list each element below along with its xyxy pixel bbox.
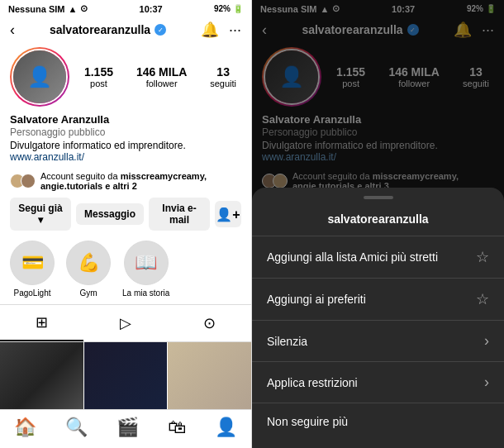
photo-2[interactable]	[84, 342, 168, 409]
highlight-circle-2: 💪	[66, 241, 111, 285]
sheet-item-restrizioni-icon: ›	[484, 374, 489, 391]
status-bar-left: Nessuna SIM ▲ ⊙ 10:37 92% 🔋	[0, 0, 251, 17]
photo-grid-left	[0, 342, 251, 409]
nav-home-left[interactable]: 🏠	[14, 417, 36, 438]
sheet-item-preferiti-text: Aggiungi ai preferiti	[267, 293, 366, 306]
highlight-circle-1: 💳	[10, 241, 55, 285]
sheet-item-preferiti[interactable]: Aggiungi ai preferiti ☆	[252, 279, 504, 321]
sheet-title: salvatorearanzulla	[252, 206, 504, 236]
bio-link-left[interactable]: www.aranzulla.it/	[10, 151, 241, 163]
time-display: 10:37	[140, 4, 163, 14]
stat-followers-left: 146 MILA follower	[136, 65, 187, 88]
more-options-left[interactable]: ···	[229, 21, 241, 39]
nav-reels-left[interactable]: 🎬	[116, 417, 139, 438]
sheet-item-restrizioni[interactable]: Applica restrizioni ›	[252, 362, 504, 403]
bio-name-left: Salvatore Aranzulla	[10, 113, 241, 126]
battery-icon: 🔋	[233, 4, 243, 13]
bottom-sheet: salvatorearanzulla Aggiungi alla lista A…	[252, 188, 504, 448]
battery-percent: 92%	[214, 4, 231, 13]
highlight-pagolight[interactable]: 💳 PagoLight	[10, 241, 55, 298]
instagram-profile-right: Nessuna SIM ▲ ⊙ 10:37 92% 🔋 ‹ salvatorea…	[252, 0, 504, 448]
sheet-item-amici[interactable]: Aggiungi alla lista Amici più stretti ☆	[252, 236, 504, 279]
wifi-icon: ⊙	[80, 3, 88, 14]
bio-section-left: Salvatore Aranzulla Personaggio pubblico…	[0, 113, 251, 168]
highlight-label-3: La mia storia	[122, 288, 169, 298]
followers-num-left: 146 MILA	[136, 65, 187, 79]
avatar-ring-left: 👤	[10, 47, 69, 107]
followers-label-left: follower	[146, 79, 178, 88]
photo-3[interactable]	[168, 342, 251, 409]
bio-desc-left: Divulgatore informatico ed imprenditore.	[10, 140, 241, 151]
battery-area: 92% 🔋	[214, 4, 243, 13]
email-button-left[interactable]: Invia e-mail	[149, 198, 210, 231]
sheet-item-silenzia[interactable]: Silenzia ›	[252, 321, 504, 362]
tabs-left: ⊞ ▷ ⊙	[0, 304, 251, 342]
posts-num-left: 1.155	[84, 65, 113, 79]
bio-category-left: Personaggio pubblico	[10, 126, 241, 138]
photo-1[interactable]	[0, 342, 83, 409]
profile-username-left: salvatorearanzulla	[50, 23, 150, 36]
sheet-item-silenzia-text: Silenzia	[267, 335, 307, 348]
status-carrier: Nessuna SIM ▲ ⊙	[8, 3, 88, 14]
nav-shop-left[interactable]: 🛍	[168, 417, 186, 438]
sheet-handle	[364, 196, 393, 199]
followed-by-left: Account seguito da misscreamycreamy, ang…	[0, 168, 251, 194]
sheet-item-restrizioni-text: Applica restrizioni	[267, 376, 358, 389]
nav-search-left[interactable]: 🔍	[65, 417, 88, 438]
add-user-button-left[interactable]: 👤+	[215, 201, 241, 227]
sheet-item-preferiti-icon: ☆	[476, 290, 489, 308]
follower-avatar-2	[21, 174, 36, 188]
notification-bell-left[interactable]: 🔔	[201, 21, 219, 39]
stat-posts-left: 1.155 post	[84, 65, 113, 88]
avatar-image-left: 👤	[13, 50, 66, 103]
following-label-left: seguiti	[210, 79, 236, 88]
sheet-item-silenzia-icon: ›	[484, 332, 489, 350]
message-button-left[interactable]: Messaggio	[76, 203, 144, 225]
highlight-storia[interactable]: 📖 La mia storia	[122, 241, 169, 298]
stats-left: 1.155 post 146 MILA follower 13 seguiti	[79, 65, 241, 88]
signal-icon: ▲	[68, 4, 77, 14]
verified-badge-left: ✓	[155, 24, 166, 36]
username-area-left: salvatorearanzulla ✓	[50, 23, 166, 36]
sheet-item-amici-icon: ☆	[476, 248, 489, 266]
instagram-profile-left: Nessuna SIM ▲ ⊙ 10:37 92% 🔋 ‹ salvatorea…	[0, 0, 252, 448]
nav-profile-left[interactable]: 👤	[215, 417, 237, 438]
followed-users-left: misscreamycreamy, angie.tutorials e altr…	[40, 171, 207, 191]
tab-tagged-left[interactable]: ⊙	[168, 305, 251, 341]
sheet-item-amici-text: Aggiungi alla lista Amici più stretti	[267, 250, 438, 264]
sheet-item-nonseguire[interactable]: Non seguire più	[252, 403, 504, 440]
follow-button-left[interactable]: Segui già ▾	[10, 198, 71, 231]
carrier-text: Nessuna SIM	[8, 4, 64, 14]
tab-grid-left[interactable]: ⊞	[0, 305, 83, 341]
avatar-left: 👤	[12, 49, 68, 105]
highlight-label-2: Gym	[79, 288, 97, 298]
follower-avatars-left	[10, 174, 36, 188]
sheet-item-nonseguire-text: Non seguire più	[267, 415, 348, 428]
posts-label-left: post	[90, 79, 107, 88]
back-button[interactable]: ‹	[10, 21, 15, 39]
stat-following-left: 13 seguiti	[210, 65, 236, 88]
highlight-circle-3: 📖	[124, 241, 169, 285]
profile-section-left: 👤 1.155 post 146 MILA follower 13 seguit…	[0, 44, 251, 113]
action-buttons-left: Segui già ▾ Messaggio Invia e-mail 👤+	[0, 194, 251, 237]
top-nav-left: ‹ salvatorearanzulla ✓ 🔔 ···	[0, 17, 251, 44]
highlights-left: 💳 PagoLight 💪 Gym 📖 La mia storia	[0, 237, 251, 304]
tab-reels-left[interactable]: ▷	[83, 305, 167, 341]
following-num-left: 13	[216, 65, 230, 79]
highlight-label-1: PagoLight	[13, 288, 50, 298]
highlight-gym[interactable]: 💪 Gym	[66, 241, 111, 298]
followed-text-left: Account seguito da misscreamycreamy, ang…	[40, 171, 241, 191]
bottom-nav-left: 🏠 🔍 🎬 🛍 👤	[0, 409, 251, 448]
top-icons-left: 🔔 ···	[201, 21, 241, 39]
